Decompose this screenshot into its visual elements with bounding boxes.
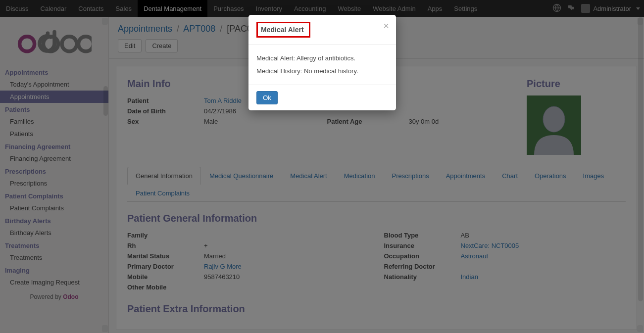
medical-alert-modal: Medical Alert × Medical Alert: Allergy o… (248, 15, 396, 110)
modal-history-text: Medical History: No medical history. (256, 65, 388, 78)
close-icon[interactable]: × (383, 21, 389, 31)
ok-button[interactable]: Ok (256, 91, 278, 104)
modal-title: Medical Alert (261, 26, 304, 34)
modal-alert-text: Medical Alert: Allergy of antibiotics. (256, 52, 388, 65)
